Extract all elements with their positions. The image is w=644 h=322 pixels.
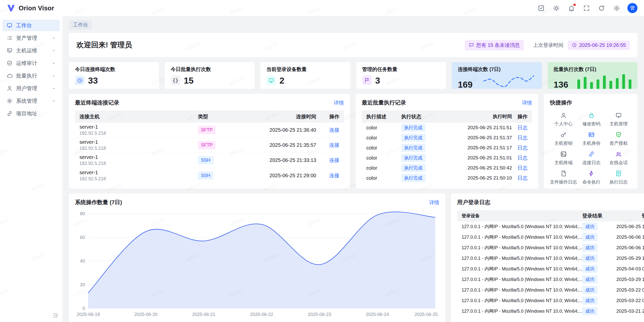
host-ip: 182.92.5.218 <box>79 131 198 136</box>
quick-action-file-operation-log[interactable]: 文件操作日志 <box>550 170 577 185</box>
login-log-row: 127.0.0.1 - 内网IP - Mozilla/5.0 (Windows … <box>457 274 644 285</box>
settings-gear-button[interactable] <box>612 4 621 12</box>
log-link[interactable]: 日志 <box>517 165 528 171</box>
log-link[interactable]: 日志 <box>517 135 528 140</box>
chevron-down-icon <box>52 86 56 91</box>
connection-type-badge: SFTP <box>198 126 216 134</box>
host-ip: 182.92.5.218 <box>79 176 198 182</box>
login-device: 127.0.0.1 - 内网IP - Mozilla/5.0 (Windows … <box>457 308 582 314</box>
login-device: 127.0.0.1 - 内网IP - Mozilla/5.0 (Windows … <box>457 224 582 230</box>
execution-description: color <box>362 145 401 151</box>
bottom-row: 系统操作数量 (7日) 详情 0204060802025-06-192025-0… <box>69 194 637 322</box>
quick-action-host-terminal[interactable]: 主机终端 <box>550 151 577 166</box>
quick-action-icon-wrap <box>560 131 567 138</box>
sidebar: 工作台资产管理主机运维运维审计批量执行用户管理系统管理项目地址 <box>0 16 62 322</box>
theme-sun-button[interactable] <box>552 4 560 12</box>
clock-icon-wrap <box>572 43 577 48</box>
quick-action-change-password[interactable]: 修改密码 <box>579 112 604 127</box>
quick-action-personal-center[interactable]: 个人中心 <box>550 112 577 127</box>
host-ip: 182.92.5.218 <box>79 161 198 166</box>
refresh-button[interactable] <box>597 4 606 12</box>
quick-action-label: 主机终端 <box>554 160 573 166</box>
system-operations-chart: 0204060802025-06-192025-06-202025-06-212… <box>75 210 439 318</box>
quick-action-label: 文件操作日志 <box>550 179 577 185</box>
sidebar-item-ops-audit[interactable]: 运维审计 <box>3 57 60 69</box>
login-time: 2025-03-29 17:42:50 <box>613 277 644 282</box>
app-logo[interactable]: Orion Visor <box>7 4 54 13</box>
unread-messages-badge[interactable]: 您有 15 条未读消息 <box>465 40 524 50</box>
sidebar-item-label: 工作台 <box>16 22 56 29</box>
sidebar-item-host-ops[interactable]: 主机运维 <box>3 45 60 56</box>
svg-text:2025-06-21: 2025-06-21 <box>192 312 215 317</box>
fullscreen-button[interactable] <box>582 4 591 12</box>
quick-action-command-exec[interactable]: 命令执行 <box>579 170 604 185</box>
sidebar-item-batch-exec[interactable]: 批量执行 <box>3 70 60 82</box>
login-log-row: 127.0.0.1 - 内网IP - Mozilla/5.0 (Windows … <box>457 242 644 253</box>
chart-detail-link[interactable]: 详情 <box>429 199 439 206</box>
connect-link[interactable]: 连接 <box>329 173 339 178</box>
execution-time: 2025-06-25 21:51:37 <box>447 135 512 140</box>
quick-action-host-management[interactable]: 主机管理 <box>606 112 631 127</box>
stat-title: 当前登录设备数量 <box>266 66 344 73</box>
column-header: 登录设备 <box>457 213 582 219</box>
user-login-logs-card: 用户登录日志详情登录设备登录结果登录时间127.0.0.1 - 内网IP - M… <box>451 194 644 322</box>
batch-detail-link[interactable]: 详情 <box>522 99 532 106</box>
sidebar-item-asset-management[interactable]: 资产管理 <box>3 32 60 44</box>
monitor-icon <box>615 112 622 119</box>
message-icon-wrap <box>469 43 474 48</box>
table-header: 执行描述执行状态执行时间操作 <box>362 111 532 123</box>
sidebar-item-label: 主机运维 <box>16 47 48 54</box>
connect-link[interactable]: 连接 <box>329 157 339 163</box>
stat-value: 169 <box>458 80 472 89</box>
column-header: 操作 <box>512 113 532 120</box>
stat-card-managed-tasks: 管理的任务数量3 <box>356 62 446 89</box>
batch-exec-icon <box>7 73 13 79</box>
login-time: 2025-03-21 23:53:43 <box>613 308 644 314</box>
chevron-down-icon <box>52 61 56 65</box>
svg-text:2025-06-19: 2025-06-19 <box>77 312 100 317</box>
connect-link[interactable]: 连接 <box>329 127 339 133</box>
quick-action-label: 资产授权 <box>610 140 628 146</box>
quick-action-icon-wrap <box>615 112 622 119</box>
terminal-connection-row: server-1182.92.5.218SSH2025-06-25 21:29:… <box>75 168 344 183</box>
notification-bell-button[interactable] <box>567 4 576 12</box>
svg-text:0: 0 <box>83 306 85 311</box>
execution-time: 2025-06-25 21:51:51 <box>447 125 512 130</box>
file-log-icon <box>560 170 567 177</box>
sidebar-item-system-management[interactable]: 系统管理 <box>3 95 60 107</box>
project-url-icon <box>588 151 595 157</box>
log-link[interactable]: 日志 <box>517 125 528 130</box>
check-square-button[interactable] <box>537 4 545 12</box>
log-link[interactable]: 日志 <box>517 175 528 181</box>
execution-time: 2025-06-25 21:50:10 <box>447 175 512 181</box>
host-name: server-1 <box>79 154 198 160</box>
quick-action-exec-log[interactable]: 执行日志 <box>606 170 631 185</box>
menu-fold-icon[interactable] <box>52 312 58 318</box>
quick-action-online-session[interactable]: 在线会话 <box>606 151 631 166</box>
log-link[interactable]: 日志 <box>517 155 528 161</box>
project-url-icon <box>7 111 13 117</box>
topbar-icons <box>537 4 621 12</box>
terminal-detail-link[interactable]: 详情 <box>334 99 344 106</box>
column-header: 操作 <box>316 113 344 120</box>
quick-action-connect-log[interactable]: 连接日志 <box>579 151 604 166</box>
recent-terminal-connections-card: 最近终端连接记录详情连接主机类型连接时间操作server-1182.92.5.2… <box>69 94 350 189</box>
theme-sun-icon <box>553 5 560 12</box>
sidebar-item-project-url[interactable]: 项目地址 <box>3 108 60 119</box>
login-result-badge: 成功 <box>582 307 597 315</box>
connect-link[interactable]: 连接 <box>329 142 339 148</box>
card-title: 快捷操作 <box>550 99 572 106</box>
column-header: 登录时间 <box>613 212 644 219</box>
quick-action-host-identity[interactable]: 主机身份 <box>579 131 604 146</box>
sidebar-item-user-management[interactable]: 用户管理 <box>3 83 60 94</box>
breadcrumb-item-workbench[interactable]: 工作台 <box>69 20 92 29</box>
sidebar-item-workbench[interactable]: 工作台 <box>3 20 60 31</box>
avatar[interactable]: 管 <box>627 3 637 13</box>
quick-action-asset-authorization[interactable]: 资产授权 <box>606 131 631 146</box>
login-time: 2025-03-22 00:42:34 <box>613 298 644 303</box>
quick-action-host-keys[interactable]: 主机密钥 <box>550 131 577 146</box>
login-result-badge: 成功 <box>582 244 597 252</box>
login-device: 127.0.0.1 - 内网IP - Mozilla/5.0 (Windows … <box>457 245 582 251</box>
log-link[interactable]: 日志 <box>517 145 528 151</box>
svg-text:2025-06-23: 2025-06-23 <box>308 312 331 317</box>
